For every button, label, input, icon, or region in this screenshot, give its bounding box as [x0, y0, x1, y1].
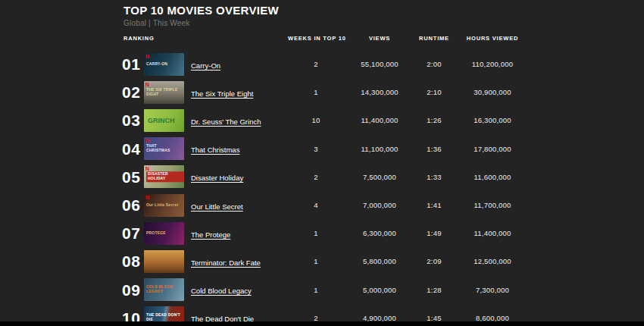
column-header-views: VIEWS [344, 35, 415, 42]
thumbnail-title-text: DISASTER HOLIDAY [146, 172, 184, 183]
weeks-in-top10-value: 1 [288, 88, 344, 96]
runtime-value: 2:09 [415, 257, 453, 265]
views-value: 11,100,000 [344, 145, 415, 153]
netflix-n-icon: N [145, 166, 149, 171]
column-header-runtime: RUNTIME [415, 35, 453, 42]
rank-number: 06 [121, 197, 144, 213]
movie-title-link[interactable]: Terminator: Dark Fate [191, 259, 261, 267]
runtime-value: 2:10 [415, 88, 453, 96]
weeks-in-top10-value: 1 [288, 257, 344, 265]
movie-thumbnail[interactable]: COLD BLOOD LEGACY [144, 278, 184, 301]
movie-title-link[interactable]: Disaster Holiday [191, 174, 243, 182]
movie-thumbnail[interactable]: N CARRY-ON [144, 53, 184, 76]
runtime-value: 1:28 [415, 286, 453, 294]
table-header-row: RANKING WEEKS IN TOP 10 VIEWS RUNTIME HO… [121, 33, 532, 42]
hours-viewed-value: 30,900,000 [453, 88, 532, 96]
rank-number: 01 [121, 56, 144, 72]
table-row: 05 N DISASTER HOLIDAY Disaster Holiday 2… [121, 163, 532, 191]
weeks-in-top10-value: 3 [288, 145, 344, 153]
table-row: 04 N THAT CHRISTMAS That Christmas 3 11,… [121, 135, 532, 163]
weeks-in-top10-value: 4 [288, 201, 344, 209]
hours-viewed-value: 110,200,000 [453, 60, 532, 68]
runtime-value: 1:33 [415, 173, 453, 181]
hours-viewed-value: 17,800,000 [453, 145, 532, 153]
hours-viewed-value: 16,300,000 [453, 116, 532, 124]
movie-title-link[interactable]: The Six Triple Eight [191, 89, 253, 98]
rank-number: 07 [121, 225, 144, 241]
movie-thumbnail[interactable]: PROTEGE [144, 222, 184, 245]
movie-thumbnail[interactable]: N THAT CHRISTMAS [144, 137, 184, 160]
thumbnail-title-text: GRINCH [148, 117, 175, 124]
table-row: 01 N CARRY-ON Carry-On 2 55,100,000 2:00… [121, 50, 532, 78]
weeks-in-top10-value: 2 [288, 60, 344, 68]
movie-title-link[interactable]: That Christmas [191, 146, 239, 154]
runtime-value: 1:41 [415, 201, 453, 209]
thumbnail-title-text: THE SIX TRIPLE EIGHT [146, 88, 181, 97]
runtime-value: 1:36 [415, 145, 453, 153]
table-row: 07 PROTEGE The Protege 1 6,300,000 1:49 … [121, 219, 532, 247]
hours-viewed-value: 11,400,000 [453, 229, 532, 237]
movie-thumbnail[interactable]: GRINCH [144, 109, 184, 132]
rank-number: 05 [121, 169, 144, 185]
rank-number: 03 [121, 112, 144, 128]
views-value: 7,500,000 [344, 173, 415, 181]
thumbnail-title-text: COLD BLOOD LEGACY [146, 285, 181, 294]
thumbnail-title-text: THAT CHRISTMAS [146, 144, 181, 153]
weeks-in-top10-value: 1 [288, 229, 344, 237]
movie-title-link[interactable]: Dr. Seuss' The Grinch [191, 118, 261, 126]
runtime-value: 1:26 [415, 116, 453, 124]
top10-movies-table: RANKING WEEKS IN TOP 10 VIEWS RUNTIME HO… [121, 33, 532, 326]
movie-thumbnail[interactable] [144, 250, 184, 273]
weeks-in-top10-value: 2 [288, 173, 344, 181]
column-header-weeks-in-top10: WEEKS IN TOP 10 [288, 35, 344, 42]
movie-title-link[interactable]: Our Little Secret [191, 202, 243, 211]
views-value: 7,000,000 [344, 201, 415, 209]
column-header-ranking: RANKING [121, 35, 288, 42]
netflix-n-icon: N [145, 195, 149, 200]
netflix-n-icon: N [145, 138, 149, 143]
runtime-value: 2:00 [415, 60, 453, 68]
thumbnail-title-text: Our Little Secret [146, 203, 178, 208]
views-value: 11,400,000 [344, 116, 415, 124]
movie-thumbnail[interactable]: N Our Little Secret [144, 194, 184, 217]
table-row: 03 GRINCH Dr. Seuss' The Grinch 10 11,40… [121, 106, 532, 134]
runtime-value: 1:49 [415, 229, 453, 237]
views-value: 55,100,000 [344, 60, 415, 68]
thumbnail-title-text: PROTEGE [146, 231, 166, 236]
hours-viewed-value: 11,600,000 [453, 173, 532, 181]
rank-number: 08 [121, 253, 144, 269]
thumbnail-title-text: CARRY-ON [146, 62, 167, 67]
table-row: 02 N THE SIX TRIPLE EIGHT The Six Triple… [121, 78, 532, 106]
table-row: 09 COLD BLOOD LEGACY Cold Blood Legacy 1… [121, 276, 532, 304]
netflix-n-icon: N [145, 82, 149, 87]
bottom-letterbox-bar [0, 321, 644, 326]
hours-viewed-value: 11,700,000 [453, 201, 532, 209]
movie-thumbnail[interactable]: N DISASTER HOLIDAY [144, 165, 184, 188]
page-title: TOP 10 MOVIES OVERVIEW [123, 4, 279, 17]
table-body: 01 N CARRY-ON Carry-On 2 55,100,000 2:00… [121, 50, 532, 326]
views-value: 5,000,000 [344, 286, 415, 294]
table-row: 06 N Our Little Secret Our Little Secret… [121, 191, 532, 219]
movie-thumbnail[interactable]: N THE SIX TRIPLE EIGHT [144, 81, 184, 104]
movie-title-link[interactable]: Carry-On [191, 61, 220, 70]
rank-number: 04 [121, 141, 144, 157]
views-value: 6,300,000 [344, 229, 415, 237]
hours-viewed-value: 12,500,000 [453, 257, 532, 265]
rank-number: 09 [121, 282, 144, 298]
weeks-in-top10-value: 1 [288, 286, 344, 294]
movie-title-link[interactable]: The Protege [191, 230, 230, 239]
column-header-hours-viewed: HOURS VIEWED [453, 35, 532, 42]
views-value: 5,800,000 [344, 257, 415, 265]
rank-number: 02 [121, 84, 144, 100]
views-value: 14,300,000 [344, 88, 415, 96]
movie-title-link[interactable]: Cold Blood Legacy [191, 287, 252, 295]
netflix-n-icon: N [145, 54, 149, 59]
page-subtitle: Global | This Week [123, 19, 190, 27]
weeks-in-top10-value: 10 [288, 116, 344, 124]
table-row: 08 Terminator: Dark Fate 1 5,800,000 2:0… [121, 247, 532, 275]
hours-viewed-value: 7,300,000 [453, 286, 532, 294]
